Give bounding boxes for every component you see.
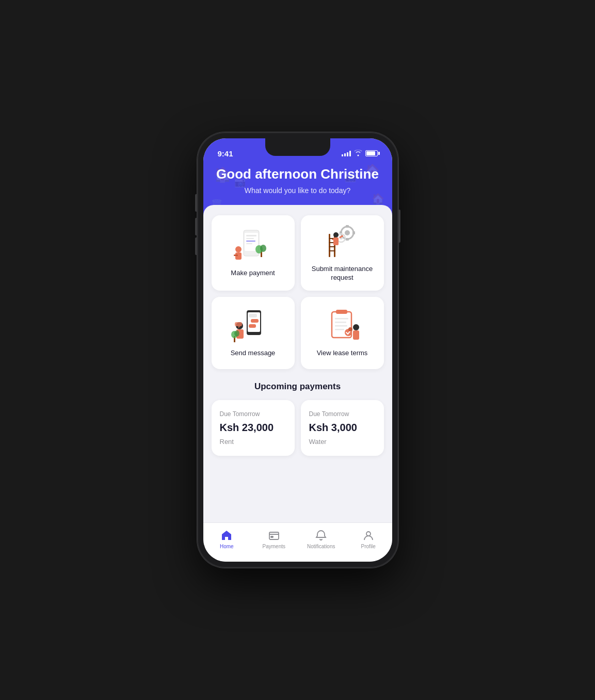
svg-point-51 <box>348 327 352 331</box>
profile-nav-label: Profile <box>361 544 376 549</box>
make-payment-illustration <box>232 228 274 264</box>
payment-card-water[interactable]: Due Tomorrow Ksh 3,000 Water <box>301 400 384 456</box>
svg-rect-33 <box>251 319 259 323</box>
nav-notifications[interactable]: Notifications <box>298 527 345 551</box>
notifications-nav-label: Notifications <box>307 544 335 549</box>
status-time: 9:41 <box>218 149 233 158</box>
svg-rect-46 <box>335 325 347 327</box>
payments-grid: Due Tomorrow Ksh 23,000 Rent Due Tomorro… <box>212 400 384 456</box>
make-payment-card[interactable]: Make payment <box>212 215 295 291</box>
svg-rect-3 <box>246 238 254 239</box>
view-lease-illustration <box>321 308 363 344</box>
water-type: Water <box>309 438 376 446</box>
submit-maintenance-illustration <box>321 224 363 260</box>
main-content: Make payment <box>203 205 392 522</box>
nav-payments[interactable]: Payments <box>250 527 298 551</box>
water-amount: Ksh 3,000 <box>309 422 376 434</box>
send-message-label: Send message <box>231 349 276 358</box>
home-nav-label: Home <box>220 544 234 549</box>
nav-home[interactable]: Home <box>203 527 251 551</box>
svg-rect-20 <box>329 234 330 257</box>
notifications-icon <box>315 529 327 542</box>
payment-card-rent[interactable]: Due Tomorrow Ksh 23,000 Rent <box>212 400 295 456</box>
svg-point-26 <box>333 232 339 237</box>
svg-rect-44 <box>335 318 348 320</box>
profile-icon <box>363 529 374 542</box>
svg-rect-45 <box>335 322 346 323</box>
svg-rect-15 <box>346 238 349 241</box>
svg-rect-16 <box>352 231 355 234</box>
svg-rect-5 <box>246 243 252 244</box>
view-lease-card[interactable]: View lease terms <box>301 297 384 369</box>
svg-rect-27 <box>333 237 339 245</box>
svg-rect-14 <box>346 225 349 228</box>
send-message-card[interactable]: Send message <box>212 297 295 369</box>
svg-point-49 <box>353 324 359 330</box>
svg-rect-4 <box>246 241 255 242</box>
svg-rect-2 <box>246 235 256 236</box>
greeting-text: Good afternoon Christine <box>214 166 382 182</box>
rent-type: Rent <box>220 438 286 446</box>
svg-rect-28 <box>332 239 334 240</box>
svg-rect-32 <box>249 314 257 317</box>
svg-rect-47 <box>335 329 344 330</box>
submit-maintenance-card[interactable]: Submit maintenance request <box>301 215 384 291</box>
rent-due-label: Due Tomorrow <box>220 410 286 418</box>
payments-nav-label: Payments <box>263 544 285 549</box>
upcoming-payments-title: Upcoming payments <box>212 381 384 392</box>
send-message-illustration <box>232 308 274 344</box>
payments-icon <box>268 529 280 542</box>
svg-rect-8 <box>234 254 238 256</box>
status-icons <box>342 150 378 157</box>
view-lease-label: View lease terms <box>317 349 368 358</box>
notch <box>265 138 330 156</box>
bottom-nav: Home Payments <box>203 522 392 562</box>
wifi-icon <box>354 150 362 157</box>
home-icon <box>221 529 232 542</box>
submit-maintenance-label: Submit maintenance request <box>307 265 378 282</box>
svg-rect-37 <box>235 322 242 326</box>
make-payment-label: Make payment <box>231 269 275 278</box>
svg-rect-50 <box>353 330 359 340</box>
svg-rect-43 <box>336 310 347 314</box>
nav-profile[interactable]: Profile <box>345 527 392 551</box>
svg-rect-25 <box>329 250 335 251</box>
phone-screen: 9:41 🏠 <box>203 138 392 562</box>
svg-point-41 <box>234 330 239 337</box>
svg-rect-52 <box>269 532 279 539</box>
rent-amount: Ksh 23,000 <box>220 422 286 434</box>
svg-rect-24 <box>329 246 335 247</box>
action-grid: Make payment <box>212 215 384 369</box>
svg-point-11 <box>260 245 266 252</box>
svg-point-13 <box>345 230 350 235</box>
battery-icon <box>365 150 378 156</box>
svg-point-54 <box>366 532 371 536</box>
phone-frame: 9:41 🏠 <box>197 132 398 568</box>
signal-icon <box>342 150 351 156</box>
water-due-label: Due Tomorrow <box>309 410 376 418</box>
svg-rect-53 <box>271 536 273 537</box>
subtitle-text: What would you like to do today? <box>214 186 382 195</box>
svg-rect-34 <box>249 324 256 328</box>
svg-point-6 <box>235 246 242 252</box>
